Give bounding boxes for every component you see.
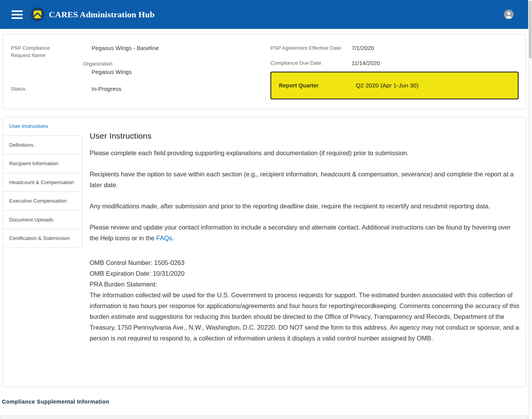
app-title: CARES Administration Hub: [49, 10, 155, 20]
page: CARES Administration Hub PSP Compliance …: [0, 0, 528, 419]
tab-certification-submission[interactable]: Certification & Submission: [3, 229, 82, 248]
cares-shield-logo-icon: [30, 7, 45, 22]
organization-row: Organization Pegasus Wings: [11, 60, 270, 75]
tab-headcount-compensation[interactable]: Headcount & Compensation: [3, 173, 82, 192]
paragraph-4-period: .: [172, 235, 174, 241]
request-name-value: Pegasus Wings - Baseline: [92, 44, 159, 52]
tab-recipient-information[interactable]: Recipient Information: [3, 154, 82, 173]
supplemental-section-heading: Compliance Supplemental Information: [2, 399, 528, 405]
logo-glyph: [33, 10, 42, 19]
instructions-paragraph-1: Please complete each field providing sup…: [90, 147, 520, 158]
omb-expiration-date: OMB Expiration Date: 10/31/2020: [90, 270, 185, 277]
due-date-row: Compliance Due Date 11/14/2020: [270, 59, 519, 67]
pra-burden-statement-label: PRA Burden Statement:: [90, 281, 157, 288]
omb-statement: OMB Control Number: 1505-0263 OMB Expira…: [90, 257, 520, 344]
instructions-heading: User Instructions: [90, 131, 520, 141]
report-quarter-label: Report Quarter: [279, 82, 356, 89]
instructions-paragraph-3: Any modifications made, after submission…: [90, 201, 520, 211]
tab-definitions[interactable]: Definitions: [3, 136, 82, 155]
paragraph-4-text: Please review and update your contact in…: [90, 224, 510, 241]
avatar-glyph: [504, 10, 514, 19]
effective-date-value: 7/1/2020: [352, 44, 374, 52]
user-avatar-icon[interactable]: [504, 10, 514, 19]
effective-date-row: PSP Agreement Effective Date 7/1/2020: [270, 44, 519, 52]
app-header: CARES Administration Hub: [0, 0, 528, 29]
hamburger-bar: [12, 14, 23, 15]
status-value: In-Progress: [92, 85, 122, 92]
tab-document-uploads[interactable]: Document Uploads: [3, 211, 82, 230]
summary-left-column: PSP Compliance Request Name Pegasus Wing…: [11, 44, 270, 109]
omb-control-number: OMB Control Number: 1505-0263: [90, 259, 185, 266]
scrollbar-thumb[interactable]: [529, 1, 532, 59]
tab-user-instructions[interactable]: User Instructions: [3, 117, 82, 136]
tab-executive-compensation[interactable]: Executive Compensation: [3, 192, 82, 211]
status-row: Status In-Progress: [11, 85, 270, 92]
report-quarter-highlight: Report Quarter Q2 2020 (Apr 1-Jun 30): [270, 72, 519, 99]
compliance-summary-panel: PSP Compliance Request Name Pegasus Wing…: [3, 34, 526, 109]
due-date-value: 11/14/2020: [352, 59, 380, 67]
supplemental-panel-header[interactable]: [0, 416, 528, 419]
report-sections-panel: User Instructions Definitions Recipient …: [3, 117, 526, 387]
instructions-paragraph-2: Recipients have the option to save withi…: [90, 169, 520, 190]
effective-date-label: PSP Agreement Effective Date: [270, 44, 352, 52]
tab-content: User Instructions Please complete each f…: [82, 117, 525, 387]
page-scrollbar[interactable]: [528, 0, 532, 419]
pra-burden-statement-body: The information collected will be used f…: [90, 292, 519, 342]
summary-right-column: PSP Agreement Effective Date 7/1/2020 Co…: [270, 44, 519, 109]
organization-value: Pegasus Wings: [92, 69, 270, 75]
instructions-paragraph-4: Please review and update your contact in…: [90, 222, 520, 243]
hamburger-menu-icon[interactable]: [12, 8, 23, 21]
organization-label: Organization: [83, 60, 270, 67]
hamburger-bar: [12, 17, 23, 19]
status-label: Status: [11, 85, 92, 92]
report-quarter-value: Q2 2020 (Apr 1-Jun 30): [356, 82, 419, 89]
faqs-link[interactable]: FAQs: [156, 235, 172, 241]
request-name-label: PSP Compliance Request Name: [11, 44, 92, 59]
section-tab-list: User Instructions Definitions Recipient …: [3, 117, 82, 387]
due-date-label: Compliance Due Date: [270, 59, 352, 67]
hamburger-bar: [12, 10, 23, 12]
request-name-row: PSP Compliance Request Name Pegasus Wing…: [11, 44, 270, 59]
